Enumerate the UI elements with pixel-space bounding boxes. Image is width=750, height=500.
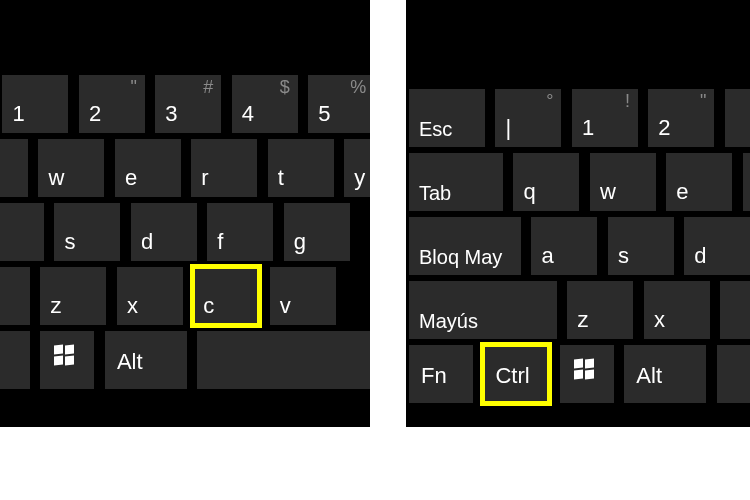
key-alt[interactable]: Alt xyxy=(105,331,187,389)
key-z[interactable]: z xyxy=(40,267,106,325)
key-v[interactable]: v xyxy=(270,267,336,325)
key-q[interactable]: q xyxy=(513,153,579,211)
key-1[interactable]: !1 xyxy=(572,89,638,147)
key-ctrl[interactable]: Ctrl xyxy=(483,345,549,403)
windows-icon xyxy=(574,359,596,381)
key-capslock[interactable]: Bloq May xyxy=(409,217,521,275)
key-space[interactable] xyxy=(197,331,370,389)
key-c[interactable]: c xyxy=(193,267,259,325)
key-z[interactable]: z xyxy=(567,281,633,339)
key-space-fragment[interactable] xyxy=(717,345,750,403)
key-f[interactable]: f xyxy=(207,203,273,261)
windows-icon xyxy=(54,345,76,367)
key-e[interactable]: e xyxy=(666,153,732,211)
key-r-fragment[interactable] xyxy=(743,153,750,211)
key-s[interactable]: s xyxy=(54,203,120,261)
key-e[interactable]: e xyxy=(115,139,181,197)
panel-header xyxy=(0,0,370,72)
key-pipe[interactable]: °| xyxy=(495,89,561,147)
key-1[interactable]: 1 xyxy=(2,75,68,133)
key-a[interactable]: a xyxy=(531,217,597,275)
key-s[interactable]: s xyxy=(608,217,674,275)
key-windows[interactable] xyxy=(40,331,94,389)
key-a-fragment[interactable] xyxy=(0,203,44,261)
keyboard-panel-left: 1 "2 #3 $4 %5 w e r t y s d f g z x c xyxy=(0,0,370,427)
panel-header xyxy=(406,0,750,86)
key-t[interactable]: t xyxy=(268,139,334,197)
key-w[interactable]: w xyxy=(590,153,656,211)
key-2[interactable]: "2 xyxy=(648,89,714,147)
key-alt[interactable]: Alt xyxy=(624,345,706,403)
key-fn-fragment[interactable] xyxy=(0,331,30,389)
key-c-fragment[interactable] xyxy=(720,281,750,339)
key-d[interactable]: d xyxy=(131,203,197,261)
key-w[interactable]: w xyxy=(38,139,104,197)
key-r[interactable]: r xyxy=(191,139,257,197)
key-x[interactable]: x xyxy=(117,267,183,325)
key-shift-fragment[interactable] xyxy=(0,267,30,325)
key-d[interactable]: d xyxy=(684,217,750,275)
key-x[interactable]: x xyxy=(644,281,710,339)
key-g[interactable]: g xyxy=(284,203,350,261)
key-fn[interactable]: Fn xyxy=(409,345,473,403)
key-5[interactable]: %5 xyxy=(308,75,370,133)
key-esc[interactable]: Esc xyxy=(409,89,485,147)
key-3[interactable]: #3 xyxy=(155,75,221,133)
key-windows[interactable] xyxy=(560,345,614,403)
key-shift[interactable]: Mayús xyxy=(409,281,557,339)
key-y[interactable]: y xyxy=(344,139,370,197)
key-tab[interactable]: Tab xyxy=(409,153,503,211)
key-4[interactable]: $4 xyxy=(232,75,298,133)
key-3-fragment[interactable] xyxy=(725,89,750,147)
key-2[interactable]: "2 xyxy=(79,75,145,133)
keyboard-panel-right: Esc °| !1 "2 Tab q w e Bloq May a s d Ma… xyxy=(406,0,750,427)
key-q-fragment[interactable] xyxy=(0,139,28,197)
